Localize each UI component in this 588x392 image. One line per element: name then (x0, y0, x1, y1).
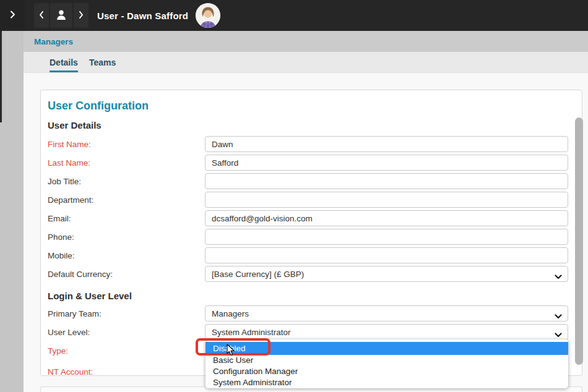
breadcrumb-band: Managers (24, 31, 588, 52)
user-level-label: User Level: (48, 328, 205, 337)
first-name-row: First Name: (41, 135, 582, 153)
default-currency-select[interactable]: [Base Currency] (£ GBP) (205, 266, 568, 282)
chevron-down-icon (555, 272, 562, 281)
phone-input[interactable] (205, 229, 568, 245)
job-title-row: Job Title: (41, 172, 582, 190)
dropdown-option-system-administrator[interactable]: System Administrator (205, 377, 568, 388)
chevron-left-icon (39, 11, 44, 20)
dropdown-option-disabled[interactable]: Disabled (205, 342, 568, 355)
type-label: Type: (48, 346, 205, 356)
mobile-label: Mobile: (48, 251, 205, 260)
user-level-value: System Administrator (212, 328, 291, 337)
nt-account-label: NT Account: (48, 367, 205, 377)
tabs-bar: Details Teams (24, 52, 588, 73)
phone-row: Phone: (41, 228, 582, 246)
topbar: User - Dawn Safford (0, 0, 588, 31)
tab-teams[interactable]: Teams (89, 52, 116, 72)
user-level-select[interactable]: System Administrator (205, 324, 568, 340)
login-user-level-heading: Login & User Level (48, 291, 582, 302)
last-name-row: Last Name: (41, 153, 582, 172)
dropdown-option-basic-user[interactable]: Basic User (205, 355, 568, 366)
primary-team-row: Primary Team: Managers (41, 304, 582, 323)
primary-team-value: Managers (212, 309, 249, 318)
chevron-right-icon (10, 10, 15, 21)
previous-record-button[interactable] (34, 3, 49, 28)
user-details-heading: User Details (48, 120, 582, 131)
primary-team-label: Primary Team: (48, 309, 205, 318)
user-avatar (196, 3, 220, 28)
default-currency-value: [Base Currency] (£ GBP) (212, 270, 304, 279)
department-row: Department: (41, 190, 582, 209)
person-icon (55, 9, 67, 23)
dropdown-option-configuration-manager[interactable]: Configuration Manager (205, 366, 568, 377)
user-record-button[interactable] (50, 3, 72, 28)
vertical-scrollbar-thumb[interactable] (575, 117, 583, 365)
page-title: User - Dawn Safford (97, 11, 188, 21)
email-label: Email: (48, 214, 205, 223)
sidebar-edge-divider (0, 31, 2, 122)
last-name-input[interactable] (205, 155, 568, 171)
record-nav-group (34, 3, 89, 28)
last-name-label: Last Name: (48, 158, 205, 168)
phone-label: Phone: (48, 232, 205, 242)
user-configuration-card: User Configuration User Details First Na… (40, 90, 582, 376)
first-name-input[interactable] (205, 136, 568, 152)
card-title: User Configuration (48, 99, 582, 113)
chevron-down-icon (555, 330, 562, 339)
user-level-row: User Level: System Administrator (41, 323, 582, 341)
department-input[interactable] (205, 192, 568, 208)
chevron-right-icon (79, 11, 84, 20)
sidebar-toggle-button[interactable] (0, 0, 25, 31)
breadcrumb-managers-link[interactable]: Managers (34, 37, 73, 46)
job-title-label: Job Title: (48, 177, 205, 186)
primary-team-select[interactable]: Managers (205, 305, 568, 322)
mobile-row: Mobile: (41, 246, 582, 265)
default-currency-row: Default Currency: [Base Currency] (£ GBP… (41, 265, 582, 283)
next-record-button[interactable] (74, 3, 89, 28)
email-row: Email: (41, 209, 582, 228)
tab-details[interactable]: Details (50, 52, 78, 72)
default-currency-label: Default Currency: (48, 270, 205, 279)
email-input[interactable] (205, 210, 568, 226)
mobile-input[interactable] (205, 247, 568, 263)
department-label: Department: (48, 195, 205, 205)
user-level-dropdown-list: Disabled Basic User Configuration Manage… (205, 339, 568, 388)
collapsed-sidebar-rail[interactable] (0, 31, 24, 392)
job-title-input[interactable] (205, 173, 568, 189)
first-name-label: First Name: (48, 140, 205, 149)
chevron-down-icon (555, 312, 562, 321)
